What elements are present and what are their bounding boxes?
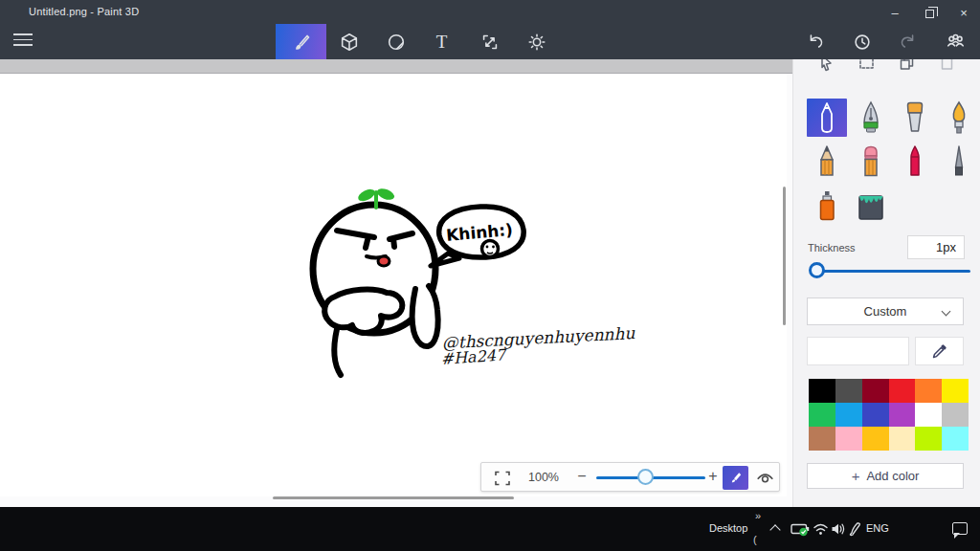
tongue — [378, 256, 390, 266]
language-indicator[interactable]: ENG — [866, 522, 889, 534]
palette-swatch-pink[interactable] — [835, 427, 862, 451]
volume-tray-icon[interactable] — [831, 522, 846, 540]
vertical-scrollbar[interactable] — [783, 187, 786, 325]
brush-pixel-pen[interactable] — [939, 143, 979, 181]
drawing-canvas[interactable]: Khinh:) @thscnguyenhuyennhu #Ha247 — [0, 74, 787, 496]
current-color-swatch[interactable] — [807, 337, 909, 365]
cube-icon — [339, 32, 360, 53]
fit-to-window-button[interactable] — [493, 469, 512, 488]
brush-marker[interactable] — [807, 99, 847, 137]
action-center-button[interactable] — [952, 522, 968, 535]
crayon-icon — [901, 144, 929, 179]
palette-swatch-cyan[interactable] — [942, 427, 969, 451]
brush-crayon[interactable] — [895, 143, 935, 181]
palette-swatch-green[interactable] — [809, 403, 835, 427]
draw-mode-button[interactable] — [723, 466, 748, 490]
palette-swatch-gray[interactable] — [942, 403, 969, 427]
tab-effects[interactable] — [514, 24, 559, 59]
tab-brushes[interactable] — [276, 24, 326, 59]
zoom-in-button[interactable]: + — [704, 468, 722, 485]
brush-fill[interactable] — [851, 187, 891, 225]
view-mode-button[interactable] — [754, 469, 775, 488]
zoom-level: 100% — [520, 471, 568, 484]
desktop-toolbar-label[interactable]: Desktop — [709, 522, 747, 534]
eyedropper-icon — [931, 343, 947, 360]
battery-tray-icon[interactable] — [791, 522, 811, 540]
thickness-slider-track[interactable] — [810, 270, 970, 273]
action-center-icon — [952, 522, 968, 535]
close-button[interactable]: × — [947, 0, 980, 25]
palette-swatch-indigo[interactable] — [862, 403, 889, 427]
work-area: Khinh:) @thscnguyenhuyennhu #Ha247 100% … — [0, 59, 792, 507]
horizontal-scrollbar[interactable] — [273, 496, 514, 499]
add-color-button[interactable]: + Add color — [807, 463, 964, 489]
palette-swatch-red[interactable] — [889, 379, 916, 403]
spray-can-icon — [813, 188, 841, 223]
brush-watercolor[interactable] — [939, 99, 979, 137]
close-icon: × — [960, 6, 968, 20]
crescent-glyph: ( — [753, 534, 757, 545]
brush-pencil[interactable] — [807, 143, 847, 181]
hamburger-menu-icon[interactable] — [13, 33, 33, 46]
restore-icon — [925, 10, 934, 18]
palette-swatch-lime[interactable] — [915, 427, 942, 451]
redo-button[interactable] — [890, 24, 926, 59]
wifi-tray-icon[interactable] — [813, 522, 829, 540]
right-arm — [412, 286, 438, 346]
palette-swatch-brown[interactable] — [809, 427, 835, 451]
speaker-icon — [831, 522, 846, 536]
show-hidden-icons-button[interactable] — [771, 522, 779, 534]
tab-text[interactable]: T — [419, 24, 464, 59]
palette-swatch-dark-red[interactable] — [862, 379, 889, 403]
palette-swatch-orange[interactable] — [915, 379, 942, 403]
oil-brush-icon — [901, 100, 929, 135]
thickness-slider-thumb[interactable] — [809, 262, 825, 278]
tab-stickers[interactable] — [373, 24, 418, 59]
palette-swatch-sky-blue[interactable] — [835, 403, 862, 427]
palette-swatch-purple[interactable] — [889, 403, 916, 427]
zoom-slider-thumb[interactable] — [637, 469, 654, 485]
signature-line2: #Ha247 — [440, 345, 507, 368]
history-button[interactable] — [844, 24, 880, 59]
chevron-down-icon — [942, 307, 951, 317]
brush-oil[interactable] — [895, 99, 935, 137]
palette-swatch-dark-gray[interactable] — [835, 379, 862, 403]
minimize-button[interactable]: – — [879, 0, 911, 25]
palette-swatch-cream[interactable] — [889, 427, 916, 451]
restore-button[interactable] — [913, 0, 946, 25]
watercolor-icon — [945, 100, 973, 135]
thickness-label: Thickness — [808, 242, 856, 253]
brush-eraser[interactable] — [851, 143, 891, 181]
fit-to-window-icon — [494, 470, 511, 487]
zoom-out-button[interactable]: − — [573, 468, 590, 485]
pen-tray-icon[interactable] — [848, 521, 862, 540]
color-palette — [809, 379, 969, 451]
palette-swatch-white[interactable] — [915, 403, 942, 427]
palette-swatch-gold[interactable] — [862, 427, 889, 451]
window-title: Untitled.png - Paint 3D — [29, 6, 139, 17]
sprout-leaf-right — [375, 187, 395, 202]
palette-swatch-yellow[interactable] — [942, 379, 969, 403]
brush-icon — [290, 31, 313, 54]
taskbar: e » Desktop ( — [0, 507, 980, 551]
tab-canvas[interactable] — [467, 24, 512, 59]
brush-calligraphy-pen[interactable] — [851, 99, 891, 137]
brush-style-value: Custom — [864, 304, 907, 319]
pencil-icon — [813, 144, 841, 179]
smiley-face — [482, 241, 499, 257]
calligraphy-pen-icon — [857, 100, 885, 135]
eyedropper-button[interactable] — [915, 337, 964, 365]
toolbar-overflow-chevron[interactable]: » — [755, 510, 761, 521]
canvas-top-margin — [0, 59, 792, 74]
remix3d-button[interactable] — [937, 24, 973, 59]
palette-swatch-black[interactable] — [809, 379, 835, 403]
brush-spray-can[interactable] — [807, 187, 847, 225]
pixel-pen-icon — [945, 144, 973, 179]
undo-button[interactable] — [797, 24, 834, 59]
text-icon: T — [436, 32, 448, 53]
brush-style-dropdown[interactable]: Custom — [807, 298, 964, 325]
effects-sun-icon — [526, 32, 547, 53]
tab-3d-shapes[interactable] — [326, 24, 371, 59]
zoom-toolbar: 100% − + — [480, 462, 780, 492]
thickness-input[interactable] — [907, 235, 965, 259]
